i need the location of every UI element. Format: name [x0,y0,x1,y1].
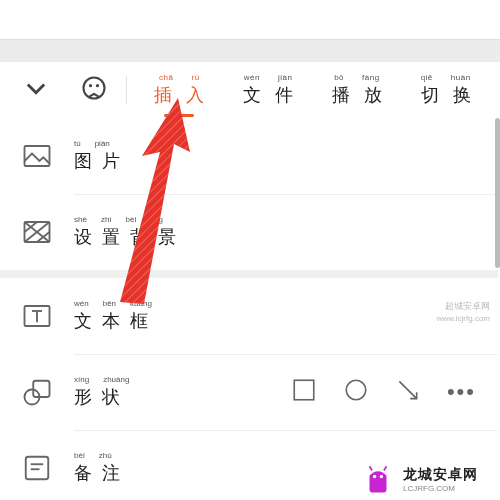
svg-rect-14 [294,380,314,400]
shape-line-icon[interactable] [395,377,421,407]
scrollbar[interactable] [495,118,500,268]
row-image[interactable]: túpiàn 图片 [0,118,498,194]
shape-icon [22,377,52,407]
row-image-label: 图片 [74,149,130,173]
collapse-panel-icon[interactable] [22,74,50,106]
row-background-label: 设置背景 [74,225,186,249]
note-icon [22,453,52,483]
svg-point-15 [346,380,366,400]
svg-point-2 [97,85,98,86]
watermark-text: 超城安卓网 www.lcjrfg.com [437,300,490,324]
image-icon [22,141,52,171]
svg-rect-12 [33,381,49,397]
tab-transition[interactable]: qiēhuàn 切换 [421,73,471,107]
svg-line-24 [370,466,373,470]
row-note-label: 备注 [74,461,130,485]
app-root: chārù 插入 wénjiàn 文件 bōfàng 播放 qiēhuàn 切换 [0,0,500,500]
tab-bar: chārù 插入 wénjiàn 文件 bōfàng 播放 qiēhuàn 切换 [127,73,498,107]
editor-toolbar: chārù 插入 wénjiàn 文件 bōfàng 播放 qiēhuàn 切换 [0,62,498,118]
row-shape-label: 形状 [74,385,139,409]
android-logo-icon [361,462,395,496]
logo-title: 龙城安卓网 [403,466,478,484]
row-background[interactable]: shèzhìbèijǐng 设置背景 [0,194,498,270]
svg-point-0 [84,78,105,99]
shape-circle-icon[interactable] [343,377,369,407]
section-separator [0,270,498,278]
shape-more-icon[interactable]: ••• [447,379,476,405]
row-separator [74,354,498,355]
insert-options-list: túpiàn 图片 shèzhìbèijǐng 设置背景 wénběnkuàng… [0,118,498,500]
svg-point-1 [90,85,91,86]
tab-insert-label: 插入 [154,83,218,107]
svg-point-22 [373,475,376,478]
canvas-gap [0,40,500,62]
svg-rect-17 [26,457,49,480]
row-textbox-label: 文本框 [74,309,162,333]
row-textbox[interactable]: wénběnkuàng 文本框 [0,278,498,354]
svg-line-16 [399,381,416,398]
row-separator [74,194,498,195]
tab-file-label: 文件 [243,83,307,107]
tab-play[interactable]: bōfàng 播放 [332,73,382,107]
svg-line-25 [384,466,387,470]
tab-insert[interactable]: chārù 插入 [154,73,204,107]
row-separator [74,430,498,431]
toolbar-left-group [0,74,108,106]
background-icon [22,217,52,247]
slide-canvas[interactable] [0,0,500,40]
logo-url: LCJRFG.COM [403,484,478,493]
row-shape[interactable]: xíngzhuàng 形状 ••• [0,354,498,430]
textbox-icon [22,301,52,331]
tab-play-label: 播放 [332,83,396,107]
shape-square-icon[interactable] [291,377,317,407]
site-logo: 龙城安卓网 LCJRFG.COM [361,462,478,496]
tab-transition-label: 切换 [421,83,485,107]
shape-quick-tools: ••• [291,377,476,407]
svg-point-23 [380,475,383,478]
tab-file[interactable]: wénjiàn 文件 [243,73,293,107]
assistant-face-icon[interactable] [80,74,108,106]
